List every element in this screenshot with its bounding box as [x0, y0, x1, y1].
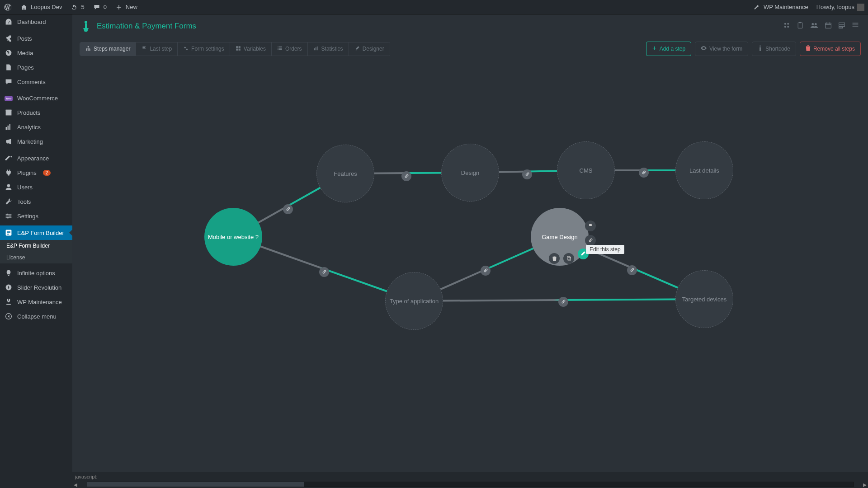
link-icon [561, 299, 566, 305]
tab-chart[interactable]: Statistics [308, 42, 349, 56]
link-handle[interactable] [627, 265, 637, 275]
sidebar-item-appearance[interactable]: Appearance [0, 151, 72, 165]
svg-rect-46 [236, 48, 238, 50]
step-node-design[interactable]: Design [441, 144, 499, 202]
step-node-mobile[interactable]: Mobile or website ? [204, 208, 262, 266]
horizontal-scrollbar[interactable] [87, 482, 854, 487]
header-list-icon[interactable] [852, 22, 859, 31]
sidebar-item-media[interactable]: Media [0, 46, 72, 60]
sidebar-item-woo[interactable]: WooWooCommerce [0, 91, 72, 105]
tab-list[interactable]: Orders [272, 42, 308, 56]
wp-logo[interactable] [4, 4, 12, 11]
node-action-link[interactable] [585, 235, 596, 246]
hscroll-right-arrow[interactable]: ▸ [862, 480, 868, 488]
tab-flag[interactable]: Last step [136, 42, 178, 56]
tab-th[interactable]: Variables [230, 42, 272, 56]
copy-icon [566, 256, 571, 262]
link-handle[interactable] [481, 266, 491, 276]
sidebar-item-bulb[interactable]: Infinite options [0, 266, 72, 280]
site-name[interactable]: Loopus Dev [20, 4, 62, 10]
hscroll-thumb[interactable] [87, 482, 304, 487]
sidebar-item-settings[interactable]: Settings [0, 209, 72, 223]
svg-rect-60 [567, 256, 570, 259]
sidebar-item-plugins[interactable]: Plugins2 [0, 165, 72, 180]
svg-rect-38 [88, 46, 89, 47]
link-handle[interactable] [401, 171, 411, 181]
tab-label: Designer [363, 46, 384, 52]
sidebar-item-tools[interactable]: Tools [0, 194, 72, 209]
page-icon [5, 64, 13, 71]
svg-point-15 [7, 217, 9, 218]
sidebar-item-slider[interactable]: Slider Revolution [0, 280, 72, 295]
step-node-cms[interactable]: CMS [557, 141, 615, 199]
sidebar-item-maint[interactable]: WP Maintenance [0, 295, 72, 309]
hscroll-left-arrow[interactable]: ◂ [72, 480, 79, 488]
wp-maintenance-link[interactable]: WP Maintenance [753, 4, 808, 10]
step-node-typeapp[interactable]: Type of application [385, 272, 443, 330]
sidebar-item-products[interactable]: Products [0, 105, 72, 120]
tab-brush[interactable]: Designer [349, 42, 390, 56]
link-handle[interactable] [522, 169, 532, 179]
step-node-features[interactable]: Features [316, 145, 374, 202]
link-handle[interactable] [319, 267, 329, 277]
sidebar-item-marketing[interactable]: Marketing [0, 134, 72, 149]
link-icon [642, 170, 646, 176]
add-step-button[interactable]: Add a step [646, 42, 691, 56]
view-form-button[interactable]: View the form [695, 42, 748, 56]
svg-point-29 [811, 23, 814, 25]
new-content[interactable]: New [115, 4, 137, 10]
steps-canvas[interactable]: Mobile or website ?FeaturesDesignCMSLast… [80, 61, 861, 472]
header-clipboard-icon[interactable] [797, 22, 804, 31]
sidebar-item-comment[interactable]: Comments [0, 75, 72, 89]
sidebar-item-label: Infinite options [17, 270, 55, 277]
svg-rect-22 [85, 23, 87, 28]
remove-all-button[interactable]: Remove all steps [800, 42, 861, 56]
trash-icon [552, 256, 557, 262]
plugin-header: Estimation & Payment Forms [72, 14, 868, 38]
link-handle[interactable] [639, 168, 649, 178]
updates[interactable]: 5 [70, 4, 84, 10]
svg-rect-55 [315, 47, 316, 50]
howdy[interactable]: Howdy, loopus [816, 4, 864, 11]
sidebar-item-dashboard[interactable]: Dashboard [0, 14, 72, 29]
sidebar-item-pin[interactable]: Posts [0, 31, 72, 46]
svg-rect-5 [6, 110, 12, 111]
node-action-copy[interactable] [563, 253, 574, 264]
wp-admin-sidebar: DashboardPostsMediaPagesCommentsWooWooCo… [0, 14, 72, 488]
sidebar-item-label: Comments [17, 79, 46, 85]
header-fields-icon[interactable] [838, 22, 845, 31]
svg-rect-47 [238, 48, 240, 50]
link-handle[interactable] [558, 297, 568, 307]
link-handle[interactable] [283, 204, 293, 214]
header-users-icon[interactable] [810, 22, 818, 31]
link-icon [286, 206, 291, 212]
svg-rect-54 [314, 48, 315, 50]
header-settings-icon[interactable] [783, 22, 790, 31]
sidebar-item-collapse[interactable]: Collapse menu [0, 309, 72, 324]
sidebar-subitem[interactable]: License [0, 252, 72, 263]
cogs-icon [183, 46, 189, 52]
sidebar-item-page[interactable]: Pages [0, 60, 72, 75]
tab-sitemap[interactable]: Steps manager [80, 42, 136, 56]
sidebar-item-epform[interactable]: E&P Form Builder [0, 225, 72, 240]
step-node-targeted[interactable]: Targeted devices [675, 270, 733, 328]
sidebar-subitem[interactable]: E&P Form Builder [0, 240, 72, 252]
site-name-label: Loopus Dev [31, 4, 62, 10]
comments-bubble[interactable]: 0 [93, 4, 107, 10]
sidebar-item-label: WP Maintenance [17, 299, 62, 305]
sitemap-icon [85, 46, 91, 52]
node-action-trash[interactable] [549, 253, 560, 264]
step-node-last[interactable]: Last details [675, 141, 733, 199]
tab-cogs[interactable]: Form settings [178, 42, 230, 56]
node-action-flag[interactable] [585, 221, 596, 231]
add-step-label: Add a step [660, 46, 685, 52]
sidebar-item-label: Posts [17, 35, 32, 42]
header-calendar-icon[interactable] [825, 22, 832, 31]
sidebar-item-analytics[interactable]: Analytics [0, 120, 72, 134]
step-node-label: Design [461, 169, 479, 176]
sidebar-item-label: Settings [17, 213, 38, 220]
sidebar-item-users[interactable]: Users [0, 180, 72, 194]
collapse-icon [5, 313, 13, 320]
svg-rect-18 [7, 232, 10, 233]
shortcode-button[interactable]: Shortcode [752, 42, 796, 56]
